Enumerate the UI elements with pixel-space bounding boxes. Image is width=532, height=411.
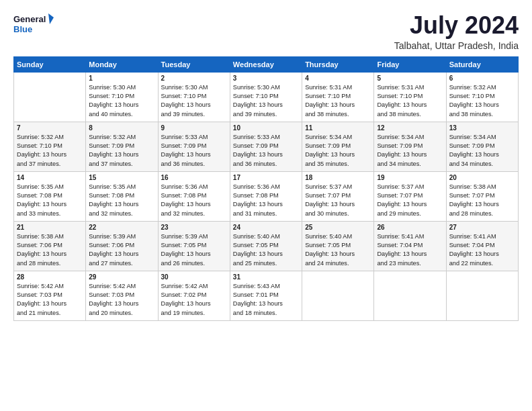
cell-line: Sunset: 7:08 PM bbox=[233, 191, 299, 200]
cell-line: Sunrise: 5:32 AM bbox=[17, 133, 83, 142]
calendar-row-2: 14Sunrise: 5:35 AMSunset: 7:08 PMDayligh… bbox=[14, 171, 519, 221]
cell-line: Sunset: 7:09 PM bbox=[377, 142, 443, 150]
cell-line: Sunrise: 5:33 AM bbox=[161, 133, 227, 142]
day-number: 16 bbox=[161, 174, 227, 181]
cell-line: Sunrise: 5:36 AM bbox=[233, 183, 299, 191]
cell-line: Daylight: 13 hours bbox=[161, 200, 227, 209]
day-number: 5 bbox=[377, 75, 443, 82]
header: General Blue July 2024 Talbahat, Uttar P… bbox=[13, 12, 519, 51]
cell-line: and 26 minutes. bbox=[161, 259, 227, 268]
cell-line: Sunset: 7:07 PM bbox=[377, 191, 443, 200]
cell-line: Daylight: 13 hours bbox=[17, 250, 83, 259]
day-number: 3 bbox=[233, 75, 299, 82]
calendar-cell-r1c0: 7Sunrise: 5:32 AMSunset: 7:10 PMDaylight… bbox=[14, 122, 86, 171]
cell-line: Sunset: 7:05 PM bbox=[161, 241, 227, 250]
subtitle: Talbahat, Uttar Pradesh, India bbox=[394, 40, 519, 51]
svg-marker-2 bbox=[48, 13, 54, 24]
cell-line: and 37 minutes. bbox=[89, 160, 154, 169]
calendar-cell-r1c2: 9Sunrise: 5:33 AMSunset: 7:09 PMDaylight… bbox=[158, 122, 230, 171]
cell-line: Sunrise: 5:35 AM bbox=[89, 183, 154, 191]
cell-line: Sunset: 7:04 PM bbox=[449, 241, 515, 250]
day-number: 24 bbox=[233, 224, 299, 231]
day-number: 18 bbox=[305, 174, 371, 181]
calendar-cell-r4c3: 31Sunrise: 5:43 AMSunset: 7:01 PMDayligh… bbox=[230, 271, 302, 320]
cell-line: and 37 minutes. bbox=[17, 160, 83, 169]
cell-line: Sunset: 7:07 PM bbox=[305, 191, 371, 200]
cell-content: Sunrise: 5:38 AMSunset: 7:07 PMDaylight:… bbox=[449, 183, 515, 218]
cell-line: and 36 minutes. bbox=[161, 160, 227, 169]
cell-line: Sunrise: 5:34 AM bbox=[377, 133, 443, 142]
day-number: 8 bbox=[89, 124, 154, 132]
calendar-cell-r3c2: 23Sunrise: 5:39 AMSunset: 7:05 PMDayligh… bbox=[158, 221, 230, 271]
cell-line: Sunrise: 5:38 AM bbox=[17, 232, 83, 241]
cell-content: Sunrise: 5:37 AMSunset: 7:07 PMDaylight:… bbox=[377, 183, 443, 218]
col-header-saturday: Saturday bbox=[446, 56, 518, 72]
cell-line: Sunset: 7:06 PM bbox=[17, 241, 83, 250]
cell-content: Sunrise: 5:30 AMSunset: 7:10 PMDaylight:… bbox=[89, 83, 154, 119]
cell-line: Daylight: 13 hours bbox=[89, 250, 154, 259]
cell-line: Sunrise: 5:37 AM bbox=[377, 183, 443, 191]
cell-line: Sunset: 7:03 PM bbox=[17, 291, 83, 300]
cell-line: Sunset: 7:10 PM bbox=[377, 92, 443, 101]
cell-line: Sunset: 7:09 PM bbox=[161, 142, 227, 150]
cell-line: and 20 minutes. bbox=[89, 309, 154, 318]
cell-content: Sunrise: 5:30 AMSunset: 7:10 PMDaylight:… bbox=[233, 83, 299, 119]
cell-line: Sunset: 7:03 PM bbox=[89, 291, 154, 300]
calendar-cell-r4c6 bbox=[446, 271, 518, 320]
cell-line: and 31 minutes. bbox=[233, 210, 299, 218]
calendar-cell-r3c5: 26Sunrise: 5:41 AMSunset: 7:04 PMDayligh… bbox=[374, 221, 446, 271]
cell-line: Sunrise: 5:30 AM bbox=[233, 83, 299, 92]
day-number: 28 bbox=[17, 273, 83, 281]
cell-line: Sunset: 7:10 PM bbox=[161, 92, 227, 101]
calendar-cell-r2c6: 20Sunrise: 5:38 AMSunset: 7:07 PMDayligh… bbox=[446, 171, 518, 221]
calendar-cell-r4c1: 29Sunrise: 5:42 AMSunset: 7:03 PMDayligh… bbox=[86, 271, 158, 320]
page: General Blue July 2024 Talbahat, Uttar P… bbox=[0, 0, 532, 411]
day-number: 31 bbox=[233, 273, 299, 281]
cell-line: Daylight: 13 hours bbox=[377, 150, 443, 159]
cell-line: Sunrise: 5:42 AM bbox=[161, 282, 227, 291]
cell-line: Sunrise: 5:30 AM bbox=[161, 83, 227, 92]
cell-line: Sunset: 7:09 PM bbox=[449, 142, 515, 150]
cell-line: and 27 minutes. bbox=[89, 259, 154, 268]
cell-line: Sunset: 7:05 PM bbox=[305, 241, 371, 250]
cell-content: Sunrise: 5:38 AMSunset: 7:06 PMDaylight:… bbox=[17, 232, 83, 268]
day-number: 11 bbox=[305, 124, 371, 132]
cell-line: Daylight: 13 hours bbox=[449, 101, 515, 109]
cell-line: Sunset: 7:09 PM bbox=[89, 142, 154, 150]
cell-line: and 34 minutes. bbox=[449, 160, 515, 169]
cell-line: Daylight: 13 hours bbox=[89, 150, 154, 159]
calendar-cell-r2c4: 18Sunrise: 5:37 AMSunset: 7:07 PMDayligh… bbox=[302, 171, 374, 221]
cell-line: Sunset: 7:10 PM bbox=[233, 92, 299, 101]
cell-line: and 21 minutes. bbox=[17, 309, 83, 318]
main-title: July 2024 bbox=[394, 12, 519, 39]
cell-line: Sunrise: 5:35 AM bbox=[17, 183, 83, 191]
cell-content: Sunrise: 5:42 AMSunset: 7:03 PMDaylight:… bbox=[17, 282, 83, 318]
cell-content: Sunrise: 5:37 AMSunset: 7:07 PMDaylight:… bbox=[305, 183, 371, 218]
calendar-cell-r2c1: 15Sunrise: 5:35 AMSunset: 7:08 PMDayligh… bbox=[86, 171, 158, 221]
cell-line: Sunset: 7:09 PM bbox=[305, 142, 371, 150]
calendar-cell-r2c2: 16Sunrise: 5:36 AMSunset: 7:08 PMDayligh… bbox=[158, 171, 230, 221]
cell-line: Sunrise: 5:32 AM bbox=[449, 83, 515, 92]
cell-line: Sunrise: 5:31 AM bbox=[377, 83, 443, 92]
cell-content: Sunrise: 5:35 AMSunset: 7:08 PMDaylight:… bbox=[17, 183, 83, 218]
day-number: 27 bbox=[449, 224, 515, 231]
cell-line: Sunrise: 5:40 AM bbox=[305, 232, 371, 241]
cell-content: Sunrise: 5:39 AMSunset: 7:05 PMDaylight:… bbox=[161, 232, 227, 268]
cell-line: and 29 minutes. bbox=[377, 210, 443, 218]
cell-line: Daylight: 13 hours bbox=[161, 300, 227, 308]
cell-line: Sunrise: 5:37 AM bbox=[305, 183, 371, 191]
cell-line: Sunset: 7:01 PM bbox=[233, 291, 299, 300]
calendar-table: SundayMondayTuesdayWednesdayThursdayFrid… bbox=[13, 56, 519, 321]
cell-line: Daylight: 13 hours bbox=[233, 101, 299, 109]
cell-line: Sunset: 7:05 PM bbox=[233, 241, 299, 250]
cell-line: Sunset: 7:10 PM bbox=[17, 142, 83, 150]
cell-line: and 23 minutes. bbox=[377, 259, 443, 268]
calendar-cell-r0c1: 1Sunrise: 5:30 AMSunset: 7:10 PMDaylight… bbox=[86, 72, 158, 122]
day-number: 10 bbox=[233, 124, 299, 132]
cell-content: Sunrise: 5:39 AMSunset: 7:06 PMDaylight:… bbox=[89, 232, 154, 268]
cell-line: Daylight: 13 hours bbox=[449, 250, 515, 259]
cell-line: and 28 minutes. bbox=[17, 259, 83, 268]
day-number: 19 bbox=[377, 174, 443, 181]
svg-text:General: General bbox=[13, 14, 46, 24]
cell-content: Sunrise: 5:30 AMSunset: 7:10 PMDaylight:… bbox=[161, 83, 227, 119]
